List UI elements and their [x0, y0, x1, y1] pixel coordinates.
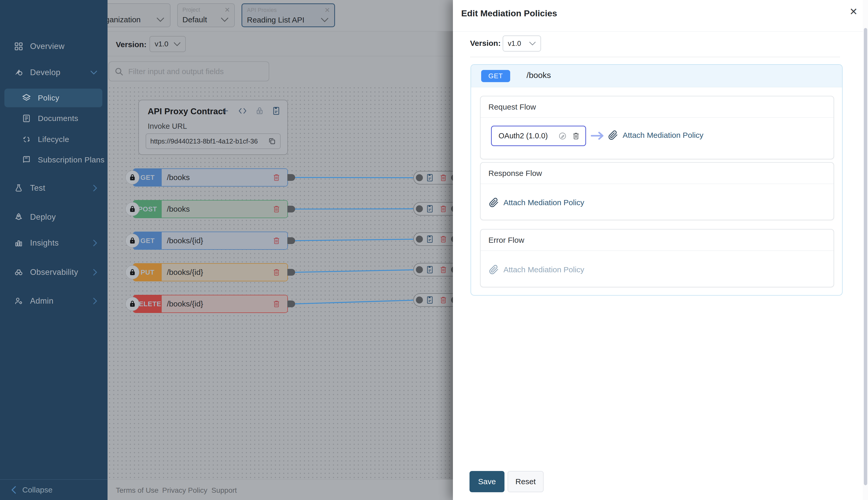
route-put-books-id[interactable]: PUT /books/{id} [133, 263, 288, 281]
sidebar-item-documents[interactable]: Documents [0, 110, 107, 127]
connector-in-port[interactable] [416, 174, 423, 181]
sidebar-item-label: Deploy [30, 213, 56, 222]
support-link[interactable]: Support [212, 486, 237, 495]
layers-icon [21, 93, 32, 103]
connector-out-port[interactable] [287, 237, 295, 244]
chevron-right-icon[interactable] [93, 269, 97, 276]
connector-lines [107, 31, 453, 479]
connector-in-port[interactable] [416, 236, 423, 243]
resource-header-band: GET /books [471, 65, 842, 87]
scrollbar-track[interactable] [863, 0, 868, 500]
bar-chart-icon [13, 239, 24, 247]
sidebar-item-observability[interactable]: Observability [0, 264, 107, 281]
trash-icon[interactable] [273, 237, 280, 245]
contract-doc-icon[interactable] [426, 205, 433, 213]
sidebar-item-label: Insights [30, 238, 59, 248]
route-delete-books-id[interactable]: DELETE /books/{id} [133, 295, 288, 313]
api-proxies-value: Reading List API [247, 15, 305, 24]
privacy-policy-link[interactable]: Privacy Policy [162, 486, 207, 495]
book-icon [21, 156, 32, 164]
attach-mediation-policy-button[interactable]: Attach Mediation Policy [608, 130, 704, 140]
security-lock-badge[interactable] [125, 297, 139, 311]
attach-label: Attach Mediation Policy [623, 131, 704, 140]
sidebar-item-admin[interactable]: Admin [0, 293, 107, 309]
policy-name: OAuth2 (1.0.0) [499, 132, 548, 140]
collapse-button[interactable]: Collapse [0, 480, 107, 500]
route-get-books-id[interactable]: GET /books/{id} [133, 231, 288, 250]
flow-title: Request Flow [481, 96, 834, 117]
edit-mediation-policies-drawer: Edit Mediation Policies ✕ Version: v1.0 … [453, 0, 868, 500]
route-get-books[interactable]: GET /books [133, 168, 288, 186]
sidebar-item-label: Develop [30, 68, 60, 77]
sidebar-item-subscription-plans[interactable]: Subscription Plans [0, 151, 107, 168]
trash-icon[interactable] [273, 300, 280, 308]
contract-doc-icon[interactable] [426, 173, 433, 182]
paperclip-icon [489, 265, 499, 275]
connector-out-port[interactable] [287, 300, 295, 307]
close-icon[interactable]: ✕ [849, 7, 858, 16]
connector-out-port[interactable] [287, 206, 295, 213]
security-lock-badge[interactable] [125, 170, 139, 184]
lifecycle-icon [21, 135, 32, 144]
security-lock-badge[interactable] [125, 265, 139, 279]
sidebar-item-policy[interactable]: Policy [0, 89, 107, 107]
attach-label: Attach Mediation Policy [503, 265, 584, 274]
contract-doc-icon[interactable] [426, 296, 433, 304]
chevron-down-icon[interactable] [321, 18, 329, 22]
route-post-books[interactable]: POST /books [133, 200, 288, 218]
sidebar-item-insights[interactable]: Insights [0, 235, 107, 251]
security-lock-badge[interactable] [125, 202, 139, 216]
connector-in-port[interactable] [416, 266, 423, 273]
contract-doc-icon[interactable] [426, 235, 433, 243]
contract-doc-icon[interactable] [426, 265, 433, 274]
connector-in-port[interactable] [416, 297, 423, 304]
chevron-down-icon[interactable] [157, 18, 164, 22]
sidebar-item-label: Documents [38, 114, 78, 123]
sidebar-item-develop[interactable]: Develop [0, 64, 107, 81]
edit-icon[interactable] [558, 132, 567, 140]
sidebar-item-label: Admin [30, 296, 53, 306]
attach-mediation-policy-button[interactable]: Attach Mediation Policy [489, 198, 584, 207]
response-flow-card: Response Flow Attach Mediation Policy [480, 162, 834, 220]
reset-button[interactable]: Reset [507, 471, 544, 492]
attach-mediation-policy-button-disabled[interactable]: Attach Mediation Policy [489, 265, 584, 275]
get-method-chip[interactable]: GET [481, 70, 510, 82]
connector-in-port[interactable] [416, 205, 423, 213]
chevron-right-icon[interactable] [93, 298, 97, 304]
policy-chip-oauth2[interactable]: OAuth2 (1.0.0) [491, 126, 586, 146]
api-proxies-selector[interactable]: API Proxies ✕ Reading List API [241, 3, 335, 27]
drawer-title: Edit Mediation Policies [461, 8, 557, 19]
request-flow-card: Request Flow OAuth2 (1.0.0) Attach Media… [480, 96, 834, 159]
chevron-right-icon[interactable] [93, 240, 97, 246]
sidebar-item-overview[interactable]: Overview [0, 38, 107, 55]
chevron-down-icon[interactable] [221, 18, 229, 22]
drawer-version-dropdown[interactable]: v1.0 [503, 35, 541, 52]
paperclip-icon [489, 198, 499, 207]
flask-icon [13, 184, 24, 193]
connector-out-port[interactable] [287, 174, 295, 181]
collapse-label: Collapse [22, 486, 53, 494]
terms-of-use-link[interactable]: Terms of Use [116, 486, 159, 495]
sidebar-item-lifecycle[interactable]: Lifecycle [0, 131, 107, 148]
document-icon [21, 114, 32, 123]
trash-icon[interactable] [273, 205, 280, 213]
trash-icon[interactable] [273, 269, 280, 276]
project-selector[interactable]: Project ✕ Default [177, 3, 235, 27]
close-icon[interactable]: ✕ [225, 7, 230, 13]
drawer-version-label: Version: [470, 39, 501, 48]
flow-title: Error Flow [481, 229, 834, 251]
drawer-version-value: v1.0 [508, 39, 521, 48]
close-icon[interactable]: ✕ [324, 7, 330, 13]
connector-out-port[interactable] [287, 269, 295, 276]
trash-icon[interactable] [273, 173, 280, 181]
chevron-down-icon[interactable] [90, 70, 97, 75]
save-button[interactable]: Save [469, 471, 504, 492]
chevron-right-icon[interactable] [93, 185, 97, 192]
sidebar-item-test[interactable]: Test [0, 180, 107, 196]
route-path: /books/{id} [162, 295, 287, 312]
sidebar-item-deploy[interactable]: Deploy [0, 209, 107, 225]
trash-icon[interactable] [572, 132, 580, 140]
security-lock-badge[interactable] [125, 234, 139, 248]
sidebar-item-label: Observability [30, 268, 78, 277]
scrollbar-thumb[interactable] [864, 28, 867, 485]
